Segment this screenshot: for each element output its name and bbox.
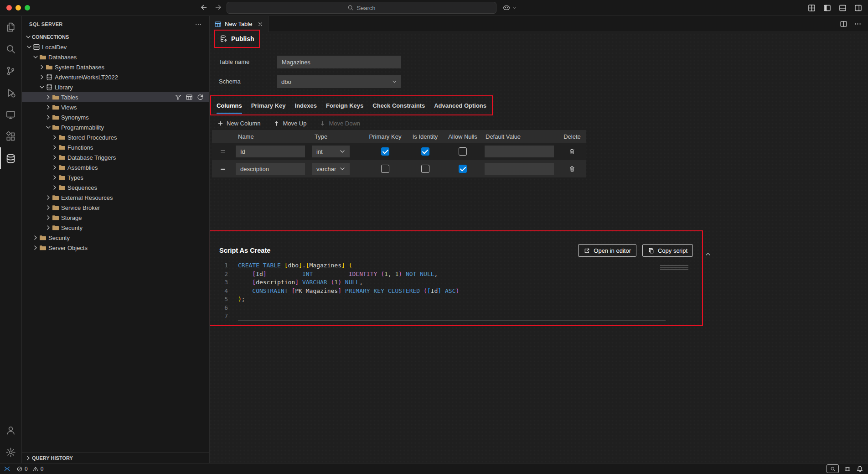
header-is-identity: Is Identity — [406, 133, 444, 140]
column-name-input[interactable] — [236, 146, 305, 157]
drag-handle-icon[interactable] — [219, 148, 227, 155]
default-value-input[interactable] — [485, 163, 554, 175]
code-line-6[interactable]: 6 — [211, 304, 701, 313]
problems-indicator[interactable]: 0 0 — [16, 466, 46, 472]
designer-tab-advanced-options[interactable]: Advanced Options — [429, 97, 491, 114]
code-line-4[interactable]: 4 CONSTRAINT [PK_Magazines] PRIMARY KEY … — [211, 287, 701, 296]
column-type-select[interactable]: int — [312, 146, 350, 157]
script-panel-title: Script As Create — [219, 247, 572, 254]
remote-indicator[interactable] — [0, 464, 14, 474]
designer-tab-check-constraints[interactable]: Check Constraints — [368, 97, 429, 114]
code-line-2[interactable]: 2 [Id] INT IDENTITY (1, 1) NOT NULL, — [211, 270, 701, 279]
copilot-menu[interactable] — [502, 4, 517, 12]
is-identity-checkbox[interactable] — [421, 147, 429, 156]
tree-item-localdev[interactable]: LocalDev — [22, 42, 209, 52]
close-window-button[interactable] — [6, 5, 12, 10]
tab-new-table[interactable]: New Table — [210, 16, 269, 32]
toggle-secondary-sidebar-icon[interactable] — [854, 4, 863, 12]
primary-key-checkbox[interactable] — [381, 165, 389, 173]
copy-script-button[interactable]: Copy script — [642, 244, 693, 257]
activitybar-sql-server[interactable] — [0, 147, 21, 169]
zoom-window-button[interactable] — [25, 5, 30, 10]
tree-item-storage[interactable]: Storage — [22, 213, 209, 223]
code-line-7[interactable]: 7 — [211, 312, 701, 321]
minimize-window-button[interactable] — [16, 5, 21, 10]
tree-item-database-triggers[interactable]: Database Triggers — [22, 152, 209, 162]
publish-button[interactable]: Publish — [217, 32, 257, 45]
column-type-select[interactable]: varchar — [312, 163, 350, 175]
tree-item-library[interactable]: Library — [22, 82, 209, 92]
tree-item-server-objects[interactable]: Server Objects — [22, 243, 209, 253]
toggle-primary-sidebar-icon[interactable] — [823, 4, 832, 12]
designer-tab-foreign-keys[interactable]: Foreign Keys — [321, 97, 368, 114]
forward-icon[interactable] — [214, 3, 222, 11]
tree-item-service-broker[interactable]: Service Broker — [22, 203, 209, 213]
tree-item-sequences[interactable]: Sequences — [22, 182, 209, 193]
code-line-1[interactable]: 1CREATE TABLE [dbo].[Magazines] ( — [211, 261, 701, 270]
split-editor-icon[interactable] — [840, 20, 847, 28]
new-column-button[interactable]: New Column — [217, 120, 260, 127]
activitybar-search[interactable] — [0, 38, 21, 60]
allow-nulls-checkbox[interactable] — [459, 147, 467, 156]
activitybar-settings[interactable] — [0, 441, 21, 463]
screencast-zoom-button[interactable] — [827, 464, 839, 473]
trash-icon[interactable] — [568, 165, 576, 172]
query-history-section-header[interactable]: QUERY HISTORY — [22, 452, 209, 463]
is-identity-checkbox[interactable] — [421, 165, 429, 173]
designer-tab-indexes[interactable]: Indexes — [290, 97, 321, 114]
primary-key-checkbox[interactable] — [381, 147, 389, 156]
tree-item-assemblies[interactable]: Assemblies — [22, 162, 209, 172]
open-in-editor-button[interactable]: Open in editor — [578, 244, 636, 257]
move-down-button[interactable]: Move Down — [319, 120, 360, 127]
bell-icon[interactable] — [856, 465, 863, 473]
tree-item-views[interactable]: Views — [22, 102, 209, 112]
code-text: [Id] INT IDENTITY (1, 1) NOT NULL, — [228, 270, 438, 279]
chevron-up-icon[interactable] — [704, 250, 712, 258]
column-name-input[interactable] — [236, 163, 305, 175]
more-actions-icon[interactable] — [195, 21, 202, 28]
header-primary-key: Primary Key — [365, 133, 406, 140]
tree-item-external-resources[interactable]: External Resources — [22, 193, 209, 203]
designer-tab-primary-key[interactable]: Primary Key — [247, 97, 290, 114]
toggle-panel-icon[interactable] — [838, 4, 847, 12]
tree-item-stored-procedures[interactable]: Stored Procedures — [22, 132, 209, 142]
activitybar-source-control[interactable] — [0, 60, 21, 82]
activitybar-explorer[interactable] — [0, 16, 21, 38]
back-icon[interactable] — [200, 3, 208, 11]
copilot-icon[interactable] — [844, 465, 851, 473]
schema-value: dbo — [281, 78, 291, 85]
tree-item-programmability[interactable]: Programmability — [22, 122, 209, 132]
command-center-search[interactable]: Search — [227, 2, 496, 14]
tree-item-system-databases[interactable]: System Databases — [22, 62, 209, 72]
tree-item-synonyms[interactable]: Synonyms — [22, 112, 209, 122]
table-name-input[interactable] — [277, 56, 401, 68]
close-tab-icon[interactable] — [257, 21, 264, 27]
connections-section-header[interactable]: CONNECTIONS — [22, 32, 209, 42]
tree-item-security[interactable]: Security — [22, 233, 209, 243]
allow-nulls-checkbox[interactable] — [459, 165, 467, 173]
activitybar-run-debug[interactable] — [0, 82, 21, 104]
trash-icon[interactable] — [568, 148, 576, 155]
customize-layout-icon[interactable] — [807, 4, 816, 12]
code-line-3[interactable]: 3 [description] VARCHAR (1) NULL, — [211, 278, 701, 287]
filter-icon[interactable] — [175, 94, 182, 101]
more-actions-icon[interactable] — [854, 20, 862, 28]
drag-handle-icon[interactable] — [219, 165, 227, 172]
default-value-input[interactable] — [485, 146, 554, 157]
designer-tab-columns[interactable]: Columns — [212, 97, 247, 114]
refresh-icon[interactable] — [196, 94, 204, 101]
activitybar-remote-explorer[interactable] — [0, 104, 21, 125]
script-code-editor[interactable]: 1CREATE TABLE [dbo].[Magazines] (2 [Id] … — [211, 261, 701, 324]
tree-item-databases[interactable]: Databases — [22, 52, 209, 62]
tree-item-adventureworkslt2022[interactable]: AdventureWorksLT2022 — [22, 72, 209, 82]
code-line-5[interactable]: 5); — [211, 295, 701, 304]
move-up-button[interactable]: Move Up — [273, 120, 306, 127]
tree-item-tables[interactable]: Tables — [22, 92, 209, 102]
schema-select[interactable]: dbo — [277, 75, 401, 88]
tree-item-types[interactable]: Types — [22, 172, 209, 182]
activitybar-extensions[interactable] — [0, 125, 21, 147]
tree-item-security[interactable]: Security — [22, 223, 209, 233]
activitybar-accounts[interactable] — [0, 419, 21, 441]
tree-item-functions[interactable]: Functions — [22, 142, 209, 152]
table-icon[interactable] — [186, 94, 193, 101]
